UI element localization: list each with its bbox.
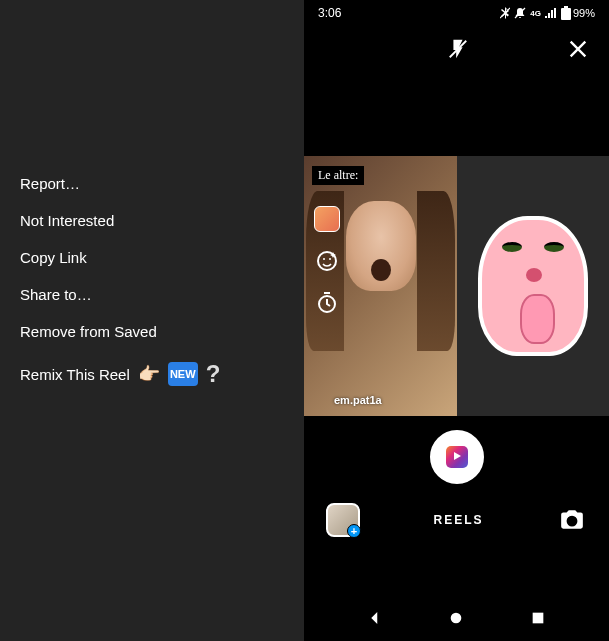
nav-recent-icon[interactable]	[518, 598, 558, 638]
menu-label: Remix This Reel	[20, 366, 130, 383]
dnd-icon	[514, 7, 526, 19]
effects-icon[interactable]	[314, 248, 340, 274]
menu-list: Report… Not Interested Copy Link Share t…	[0, 165, 304, 398]
status-bar: 3:06 4G 99%	[304, 0, 609, 26]
pink-panther-sticker	[478, 216, 588, 356]
menu-item-report[interactable]: Report…	[0, 165, 304, 202]
question-mark-icon: ?	[206, 360, 221, 388]
gallery-button[interactable]: +	[326, 503, 360, 537]
pointing-hand-icon: 👉🏻	[138, 363, 160, 385]
nav-home-icon[interactable]	[436, 598, 476, 638]
svg-rect-3	[564, 6, 568, 8]
context-menu-panel: Report… Not Interested Copy Link Share t…	[0, 0, 304, 641]
svg-rect-10	[533, 613, 544, 624]
panther-arm	[520, 294, 555, 344]
reels-logo-icon	[446, 446, 468, 468]
person-face	[346, 201, 416, 291]
close-icon[interactable]	[567, 38, 589, 64]
svg-point-6	[323, 258, 325, 260]
signal-icon	[545, 8, 557, 18]
menu-label: Not Interested	[20, 212, 114, 229]
preview-area: Le altre: em.pat1a	[304, 156, 609, 416]
top-controls	[304, 26, 609, 76]
username-label: em.pat1a	[334, 394, 382, 406]
new-badge: NEW	[168, 362, 198, 386]
status-icons: 4G 99%	[500, 6, 595, 20]
capture-area	[304, 422, 609, 492]
person-mouth	[371, 259, 391, 281]
signal-4g-icon: 4G	[530, 9, 541, 18]
menu-label: Report…	[20, 175, 80, 192]
nav-bar	[304, 595, 609, 641]
battery-icon: 99%	[561, 6, 595, 20]
phone-screen: 3:06 4G 99%	[304, 0, 609, 641]
panther-body	[478, 216, 588, 356]
menu-item-not-interested[interactable]: Not Interested	[0, 202, 304, 239]
menu-label: Remove from Saved	[20, 323, 157, 340]
capture-button[interactable]	[430, 430, 484, 484]
switch-camera-icon[interactable]	[557, 505, 587, 535]
menu-item-remove-saved[interactable]: Remove from Saved	[0, 313, 304, 350]
overlay-text: Le altre:	[312, 166, 364, 185]
side-controls	[314, 206, 340, 316]
svg-point-7	[329, 258, 331, 260]
menu-label: Share to…	[20, 286, 92, 303]
svg-rect-2	[561, 8, 571, 20]
menu-item-remix-reel[interactable]: Remix This Reel 👉🏻 NEW ?	[0, 350, 304, 398]
bottom-row: + REELS	[304, 492, 609, 548]
battery-text: 99%	[573, 7, 595, 19]
audio-thumb-icon[interactable]	[314, 206, 340, 232]
bluetooth-icon	[500, 7, 510, 19]
person-hair	[417, 191, 455, 351]
panther-eyes	[502, 242, 564, 252]
svg-point-9	[451, 613, 462, 624]
preview-right-pane	[457, 156, 610, 416]
menu-item-share-to[interactable]: Share to…	[0, 276, 304, 313]
mode-label: REELS	[433, 513, 483, 527]
timer-icon[interactable]	[314, 290, 340, 316]
flash-off-icon[interactable]	[447, 38, 469, 64]
nav-back-icon[interactable]	[355, 598, 395, 638]
status-time: 3:06	[318, 6, 341, 20]
menu-label: Copy Link	[20, 249, 87, 266]
menu-item-copy-link[interactable]: Copy Link	[0, 239, 304, 276]
capture-inner	[439, 439, 475, 475]
plus-badge-icon: +	[347, 524, 361, 538]
panther-nose	[526, 268, 542, 282]
